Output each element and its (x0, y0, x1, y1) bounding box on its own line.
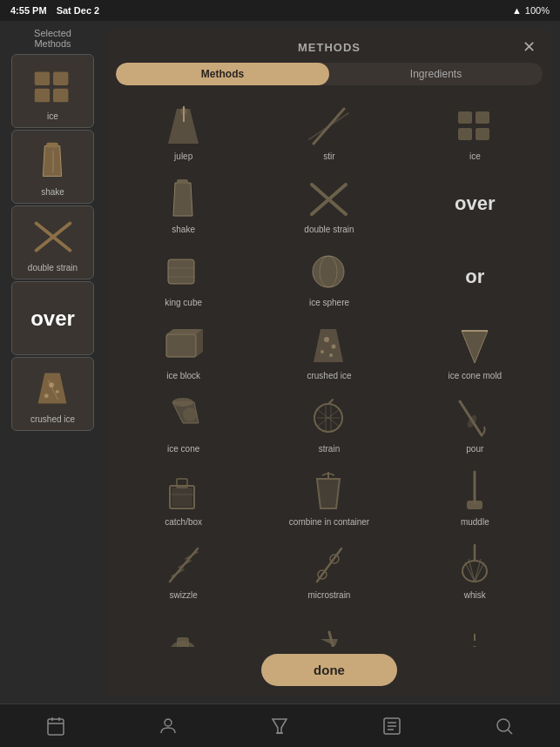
svg-point-10 (49, 382, 54, 387)
status-right: ▲ 100% (512, 5, 550, 16)
grid-ice-icon (449, 102, 501, 150)
svg-point-34 (332, 344, 336, 348)
grid-item-swizzle[interactable]: swizzle (112, 535, 254, 604)
svg-rect-2 (34, 89, 49, 102)
svg-rect-18 (476, 111, 489, 124)
over-text: over (30, 306, 75, 331)
grid-item-over[interactable]: over (404, 169, 546, 239)
svg-line-61 (317, 548, 341, 582)
nav-list[interactable] (381, 716, 402, 737)
combine-container-label: combine in container (289, 517, 369, 528)
selected-method-double-strain[interactable]: double strain (11, 205, 94, 279)
modal-title: METHODS (140, 41, 518, 54)
pour-label: pour (466, 444, 483, 454)
grid-item-ice-sphere[interactable]: ice sphere (258, 242, 400, 312)
svg-rect-19 (458, 128, 472, 140)
selected-ice-label: ice (47, 111, 58, 121)
tab-methods[interactable]: Methods (116, 63, 329, 85)
ice-sphere-label: ice sphere (309, 298, 349, 308)
svg-rect-21 (177, 179, 188, 184)
grid-item-julep[interactable]: julep (112, 96, 254, 165)
svg-line-60 (186, 552, 198, 559)
close-button[interactable]: ✕ (518, 37, 539, 57)
grid-item-22[interactable] (112, 608, 254, 647)
grid-item-whisk[interactable]: whisk (404, 535, 546, 604)
grid-item-ice-cone-mold[interactable]: ice cone mold (404, 315, 546, 385)
swizzle-icon (158, 541, 210, 589)
svg-marker-32 (314, 329, 343, 362)
selected-method-shake[interactable]: shake (11, 130, 94, 204)
selected-methods-panel: SelectedMethods ice (7, 28, 98, 697)
strain-icon (303, 394, 355, 442)
date: Sat Dec 2 (57, 5, 100, 16)
grid-item-double-strain[interactable]: double strain (258, 169, 400, 239)
svg-point-11 (55, 390, 58, 394)
selected-method-ice[interactable]: ice (11, 54, 94, 128)
grid-item-king-cube[interactable]: king cube (112, 242, 254, 312)
grid-item-stir[interactable]: stir (258, 96, 400, 165)
grid-item-ice-block[interactable]: ice block (112, 315, 254, 385)
crushed-ice-icon (27, 365, 79, 413)
grid-item-24[interactable] (404, 608, 546, 647)
nav-search[interactable] (494, 716, 515, 737)
svg-line-16 (309, 113, 348, 139)
tab-ingredients[interactable]: Ingredients (329, 63, 543, 85)
ice-cone-icon (158, 394, 210, 442)
grid-item-crushed-ice[interactable]: crushed ice (258, 315, 400, 385)
grid-item-ice[interactable]: ice (404, 96, 546, 165)
grid-item-catch-box[interactable]: catch/box (112, 461, 254, 531)
svg-line-58 (172, 569, 184, 576)
ice-cone-label: ice cone (167, 444, 199, 454)
king-cube-icon (158, 248, 210, 296)
time: 4:55 PM (10, 5, 47, 16)
nav-calendar[interactable] (45, 716, 66, 737)
ice-icon (27, 62, 79, 110)
grid-item-23[interactable] (258, 608, 400, 647)
svg-rect-20 (476, 128, 489, 140)
svg-point-86 (497, 719, 509, 731)
microstrain-icon (303, 541, 355, 589)
grid-item-combine-container[interactable]: combine in container (258, 461, 400, 531)
svg-rect-71 (177, 637, 189, 648)
svg-point-80 (165, 719, 172, 726)
svg-rect-29 (166, 334, 196, 357)
svg-point-12 (44, 394, 48, 398)
catch-box-label: catch/box (165, 517, 202, 528)
microstrain-label: microstrain (308, 590, 351, 601)
svg-line-87 (508, 730, 512, 734)
nav-profile[interactable] (158, 716, 179, 737)
grid-item-microstrain[interactable]: microstrain (258, 535, 400, 604)
king-cube-label: king cube (165, 298, 202, 308)
svg-point-27 (313, 256, 344, 287)
selected-method-crushed-ice[interactable]: crushed ice (11, 357, 94, 431)
ice-block-label: ice block (166, 371, 200, 381)
grid-item-shake[interactable]: shake (112, 169, 254, 239)
item24-icon (449, 624, 501, 647)
grid-item-or[interactable]: or (404, 242, 546, 312)
grid-shake-icon (158, 175, 210, 223)
grid-crushed-ice-label: crushed ice (307, 371, 351, 381)
grid-item-pour[interactable]: pour (404, 388, 546, 458)
selected-method-over[interactable]: over (11, 281, 94, 355)
done-button[interactable]: done (261, 654, 397, 686)
methods-grid: julep stir (105, 92, 553, 647)
grid-item-strain[interactable]: strain (258, 388, 400, 458)
shake-icon (27, 138, 79, 185)
ice-cone-mold-icon (449, 321, 501, 369)
main-content: SelectedMethods ice (0, 21, 560, 703)
grid-item-muddle[interactable]: muddle (404, 461, 546, 531)
grid-double-strain-label: double strain (304, 225, 354, 235)
bottom-nav (0, 703, 560, 747)
swizzle-label: swizzle (170, 590, 198, 601)
item22-icon (158, 624, 210, 647)
item23-icon (303, 624, 355, 647)
nav-cocktail[interactable] (269, 716, 290, 737)
selected-crushed-ice-label: crushed ice (30, 414, 75, 424)
svg-rect-17 (458, 111, 472, 124)
status-time-date: 4:55 PM Sat Dec 2 (10, 5, 99, 16)
svg-rect-24 (168, 259, 194, 284)
grid-item-ice-cone[interactable]: ice cone (112, 388, 254, 458)
over-big-label: over (455, 192, 495, 215)
muddle-icon (449, 468, 501, 515)
grid-ice-label: ice (469, 151, 481, 162)
